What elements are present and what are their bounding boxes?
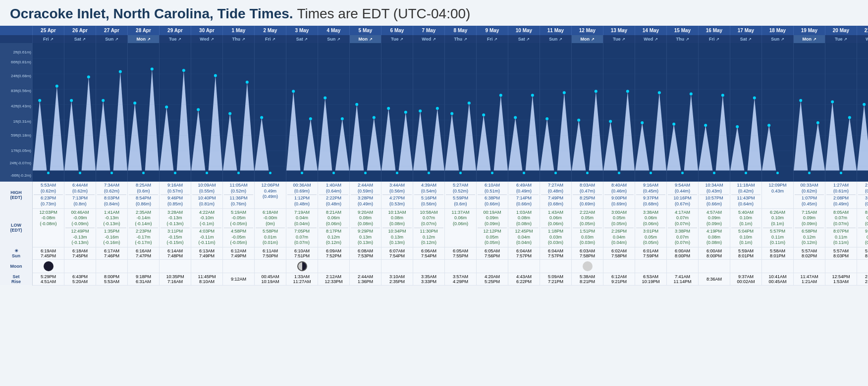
moonset-label: SetRise: [0, 273, 33, 285]
day-header-8[interactable]: Sat ↗: [286, 35, 318, 43]
sun-9: 6:09AM7:52PM: [318, 247, 350, 259]
day-header-15[interactable]: Sat ↗: [508, 35, 540, 43]
date-header-25: 20 May: [825, 26, 857, 35]
day-header-20[interactable]: Thu ↗: [667, 35, 699, 43]
low-tide-6: 5:19AM-0.05m(-0.05m) 4:58PM-0.05m(-0.05m…: [223, 208, 255, 247]
svg-point-114: [292, 90, 295, 93]
day-header-26[interactable]: Wed ↗: [857, 35, 868, 43]
date-header-16: 11 May: [540, 26, 572, 35]
chart-cell-9: [318, 43, 350, 182]
day-header-2[interactable]: Sun ↗: [96, 35, 128, 43]
sun-2: 6:17AM7:46PM: [96, 247, 128, 259]
date-header-14: 9 May: [477, 26, 508, 35]
moon-12: [413, 259, 445, 273]
low-tide-23: 6:26AM0.10m(0.1m) 5:57PM0.11m(0.11m): [762, 208, 794, 247]
day-header-14[interactable]: Fri ↗: [477, 35, 508, 43]
day-header-6[interactable]: Thu ↗: [223, 35, 255, 43]
moonset-row: SetRise 5:29PM4:51AM6:43PM5:20AM8:00PM5:…: [0, 273, 868, 285]
date-header-11: 6 May: [381, 26, 413, 35]
tide-table: 25 Apr26 Apr27 Apr28 Apr29 Apr30 Apr1 Ma…: [0, 26, 868, 286]
moonset-7: 00:45AM10:19AM: [255, 273, 286, 285]
day-header-5[interactable]: Wed ↗: [191, 35, 223, 43]
day-header-7[interactable]: Fri ↗: [255, 35, 286, 43]
day-header-1[interactable]: Sat ↗: [64, 35, 96, 43]
svg-point-211: [531, 94, 534, 96]
sun-8: 6:10AM7:51PM: [286, 247, 318, 259]
moon-4: [160, 259, 191, 273]
chart-cell-17: [572, 43, 603, 182]
day-header-3[interactable]: Mon ↗: [128, 35, 160, 43]
chart-cell-16: [540, 43, 572, 182]
chart-cell-26: [857, 43, 868, 182]
sun-label: ☀Sun: [0, 247, 33, 259]
svg-point-226: [545, 117, 548, 120]
svg-point-74: [197, 108, 200, 111]
chart-cell-5: [191, 43, 223, 182]
day-header-4[interactable]: Tue ↗: [160, 35, 191, 43]
day-header-11[interactable]: Tue ↗: [381, 35, 413, 43]
low-label-row: LOW(EDT) 12:03PM-0.08m(-0.08m) 00:46AM-0…: [0, 208, 868, 247]
svg-point-170: [419, 109, 422, 112]
high-label: HIGH(EDT): [0, 182, 33, 208]
svg-point-87: [246, 81, 249, 84]
low-tide-17: 2:22AM0.05m(0.05m) 1:51PM0.03m(0.03m): [572, 208, 603, 247]
sun-15: 6:04AM7:57PM: [508, 247, 540, 259]
day-header-0[interactable]: Fri ↗: [33, 35, 64, 43]
moonset-3: 9:18PM6:31AM: [128, 273, 160, 285]
low-tide-14: 00:19AM0.09m(0.09m) 12:12PM0.05m(0.05m): [477, 208, 508, 247]
high-tide-19: 9:16AM(0.45m) 9:37PM(0.68m): [635, 182, 667, 208]
sun-row: ☀Sun 6:19AM7:45PM6:18AM7:45PM6:17AM7:46P…: [0, 247, 868, 259]
day-header-16[interactable]: Sun ↗: [540, 35, 572, 43]
svg-point-88: [228, 112, 231, 115]
moon-1: [64, 259, 96, 273]
svg-point-169: [436, 107, 439, 110]
date-header-20: 15 May: [667, 26, 699, 35]
day-header-24[interactable]: Mon ↗: [794, 35, 825, 43]
day-header-9[interactable]: Sun ↗: [318, 35, 350, 43]
moonset-15: 4:43AM6:22PM: [508, 273, 540, 285]
svg-point-253: [626, 90, 629, 93]
low-tide-16: 1:43AM0.06m(0.06m) 1:18PM0.03m(0.03m): [540, 208, 572, 247]
day-header-13[interactable]: Thu ↗: [445, 35, 477, 43]
day-header-19[interactable]: Wed ↗: [635, 35, 667, 43]
moonset-20: 7:41AM11:14PM: [667, 273, 699, 285]
sun-6: 6:12AM7:49PM: [223, 247, 255, 259]
chart-cell-14: [477, 43, 508, 182]
day-header-12[interactable]: Wed ↗: [413, 35, 445, 43]
svg-point-129: [332, 172, 335, 174]
date-header-10: 5 May: [350, 26, 381, 35]
date-header-5: 30 Apr: [191, 26, 223, 35]
low-tide-18: 3:00AM0.05m(0.05m) 2:26PM0.04m(0.04m): [603, 208, 635, 247]
date-header-0: 25 Apr: [33, 26, 64, 35]
svg-point-295: [721, 94, 724, 96]
day-header-22[interactable]: Sat ↗: [730, 35, 762, 43]
moonset-17: 5:38AM8:21PM: [572, 273, 603, 285]
day-header-21[interactable]: Fri ↗: [699, 35, 730, 43]
svg-point-323: [776, 172, 779, 174]
date-header-6: 1 May: [223, 26, 255, 35]
svg-point-31: [119, 70, 122, 73]
svg-point-46: [133, 101, 136, 104]
high-tide-11: 3:44AM(0.56m) 4:27PM(0.53m): [381, 182, 413, 208]
low-tide-25: 8:05AM0.07m(0.07m) 8:07PM0.11m(0.11m): [825, 208, 857, 247]
high-tide-1: 6:44AM(0.62m) 7:13PM(0.8m): [64, 182, 96, 208]
chart-cell-19: [635, 43, 667, 182]
svg-point-322: [767, 124, 770, 127]
day-header-18[interactable]: Tue ↗: [603, 35, 635, 43]
svg-point-100: [260, 116, 263, 119]
moon-18: [603, 259, 635, 273]
moon-3: [128, 259, 160, 273]
svg-point-254: [609, 120, 612, 123]
low-tide-15: 1:03AM0.08m(0.08m) 12:45PM0.04m(0.04m): [508, 208, 540, 247]
low-tide-13: 11:37AM0.06m(0.06m): [445, 208, 477, 247]
svg-point-4: [38, 99, 41, 102]
svg-point-19: [79, 172, 81, 174]
day-header-23[interactable]: Sun ↗: [762, 35, 794, 43]
svg-point-282: [672, 123, 675, 126]
svg-point-127: [341, 117, 344, 120]
day-header-10[interactable]: Mon ↗: [350, 35, 381, 43]
day-header-25[interactable]: Tue ↗: [825, 35, 857, 43]
high-tide-8: 00:36AM(0.69m) 1:12PM(0.48m): [286, 182, 318, 208]
day-header-17[interactable]: Mon ↗: [572, 35, 603, 43]
chart-cell-8: [286, 43, 318, 182]
